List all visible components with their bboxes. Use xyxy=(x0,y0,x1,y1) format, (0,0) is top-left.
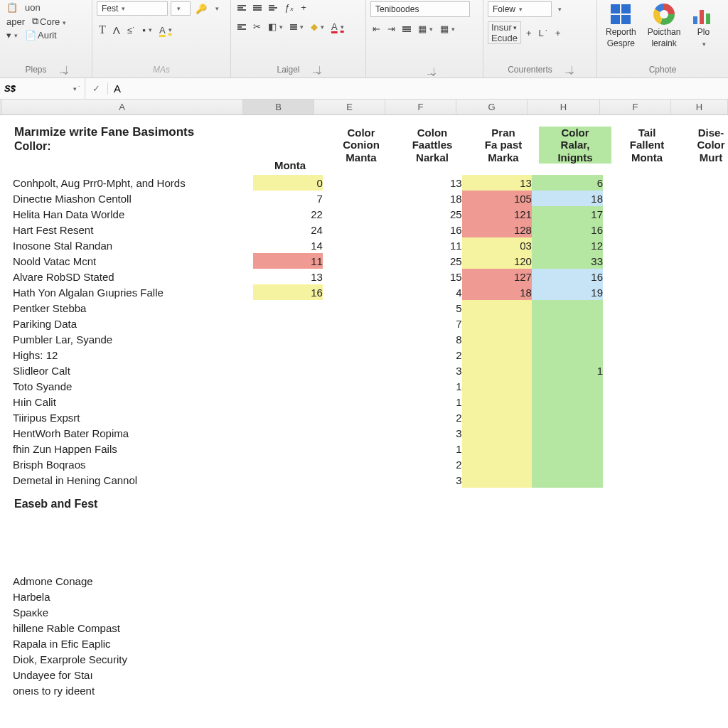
cell[interactable] xyxy=(603,316,673,331)
cell[interactable] xyxy=(603,284,673,300)
row-label[interactable]: Pentker Stebba xyxy=(13,300,253,316)
cell[interactable] xyxy=(323,331,392,347)
cell[interactable] xyxy=(603,191,673,206)
cell[interactable]: 25 xyxy=(392,253,462,269)
cell[interactable]: 33 xyxy=(532,253,603,269)
border-button[interactable]: ▪ xyxy=(140,24,154,36)
cell[interactable] xyxy=(673,472,728,488)
cell[interactable] xyxy=(323,394,392,410)
cell[interactable]: 12 xyxy=(532,237,603,253)
cell[interactable] xyxy=(673,300,728,316)
table-row[interactable]: Spaĸke xyxy=(13,604,255,620)
reporth-button[interactable]: Reporth Gespre xyxy=(601,1,641,50)
cell[interactable]: 128 xyxy=(462,222,532,237)
highlight-button[interactable]: A xyxy=(157,24,174,36)
cell[interactable] xyxy=(673,206,728,222)
cell[interactable]: 17 xyxy=(532,206,603,222)
cell[interactable] xyxy=(462,410,532,425)
cell[interactable] xyxy=(532,441,603,456)
table-row[interactable]: Harbela xyxy=(13,589,255,604)
cell[interactable] xyxy=(323,175,392,191)
align-left-icon[interactable] xyxy=(235,23,248,31)
wrap-left-icon[interactable]: ⇤ xyxy=(370,23,382,35)
wrap-right-icon[interactable]: ⇥ xyxy=(385,23,397,35)
table-row[interactable]: fhin Zun Happen Fails1 xyxy=(13,441,728,456)
dialog-launcher[interactable] xyxy=(60,66,67,73)
row-label[interactable]: Hart Fest Resent xyxy=(13,222,253,237)
column-header[interactable]: G xyxy=(456,100,528,114)
fx-check-icon[interactable]: ✓ xyxy=(92,83,100,94)
extra-drop[interactable] xyxy=(555,5,564,14)
align-top-icon[interactable] xyxy=(235,4,248,11)
cell[interactable] xyxy=(462,425,532,441)
row-label[interactable]: Hath Yon Algalan Gıupries Falle xyxy=(13,284,253,300)
table-row[interactable]: Hath Yon Algalan Gıupries Falle1641819 xyxy=(13,284,728,300)
cell[interactable] xyxy=(323,410,392,425)
cell[interactable] xyxy=(323,237,392,253)
cell[interactable]: 16 xyxy=(253,284,323,300)
fill-button[interactable]: ◧ xyxy=(266,21,285,33)
cell[interactable] xyxy=(673,363,728,378)
cell[interactable]: 3 xyxy=(392,425,462,441)
cell[interactable] xyxy=(673,394,728,410)
bucket-button[interactable]: ◆ xyxy=(309,21,326,33)
cell[interactable] xyxy=(532,456,603,472)
cell[interactable] xyxy=(532,300,603,316)
cell[interactable] xyxy=(532,394,603,410)
row-label[interactable]: Conhpolt, Aug Prr0-Mpht, and Hords xyxy=(13,175,253,191)
cell[interactable]: 8 xyxy=(392,331,462,347)
cell[interactable]: 3 xyxy=(392,363,462,378)
name-box[interactable]: ▾ ˙ xyxy=(0,78,85,99)
merge-2-button[interactable]: ▦ xyxy=(438,23,457,35)
align-bot-icon[interactable] xyxy=(267,4,279,11)
cell[interactable]: 120 xyxy=(462,253,532,269)
aurit-button[interactable]: 📄 Aurit xyxy=(23,29,59,41)
column-header[interactable]: F xyxy=(600,100,671,114)
cell[interactable] xyxy=(323,253,392,269)
cell[interactable] xyxy=(673,284,728,300)
paste-icon[interactable]: 📋 xyxy=(4,1,20,14)
cell[interactable]: 13 xyxy=(253,269,323,284)
cell[interactable] xyxy=(673,191,728,206)
dialog-launcher-3[interactable] xyxy=(427,68,434,75)
text-t-button[interactable]: T xyxy=(97,23,108,37)
row-label[interactable]: Helita Han Data Worlde xyxy=(13,206,253,222)
cell[interactable] xyxy=(532,331,603,347)
formula-input[interactable] xyxy=(114,82,722,95)
cell[interactable]: 14 xyxy=(253,237,323,253)
row-label[interactable]: Spaĸke xyxy=(13,604,255,620)
cell[interactable]: 24 xyxy=(253,222,323,237)
cell[interactable] xyxy=(603,269,673,284)
insur-button[interactable]: Insur ▾ xyxy=(488,22,520,33)
cell[interactable] xyxy=(323,472,392,488)
table-row[interactable]: Slidleor Calt31 xyxy=(13,363,728,378)
cell[interactable]: 16 xyxy=(532,222,603,237)
cell[interactable] xyxy=(462,378,532,394)
cell[interactable]: 25 xyxy=(392,206,462,222)
cell[interactable] xyxy=(673,425,728,441)
cell[interactable] xyxy=(603,456,673,472)
table-row[interactable]: Toto Syande1 xyxy=(13,378,728,394)
row-label[interactable]: Highs: 12 xyxy=(13,347,253,363)
cell[interactable] xyxy=(323,284,392,300)
cell[interactable] xyxy=(603,410,673,425)
cell[interactable] xyxy=(253,410,323,425)
row-label[interactable]: Diok, Exarprole Security xyxy=(13,651,255,667)
cell[interactable] xyxy=(603,331,673,347)
cell[interactable]: 2 xyxy=(392,347,462,363)
cell[interactable] xyxy=(323,269,392,284)
key-drop[interactable] xyxy=(212,4,221,13)
cell[interactable] xyxy=(603,378,673,394)
cell[interactable] xyxy=(462,316,532,331)
poicthan-button[interactable]: Poicthan leraink xyxy=(643,1,685,50)
cell[interactable]: 19 xyxy=(532,284,603,300)
table-row[interactable]: oneıs to ry ideent xyxy=(13,682,255,698)
table-row[interactable]: Demetal in Hening Cannol3 xyxy=(13,472,728,488)
plo-button[interactable]: Plo xyxy=(687,1,719,50)
cell[interactable] xyxy=(532,425,603,441)
table-row[interactable]: Hıin Calit1 xyxy=(13,394,728,410)
key-icon[interactable]: 🔑 xyxy=(193,3,209,15)
cell[interactable]: 13 xyxy=(392,175,462,191)
cell[interactable]: 121 xyxy=(462,206,532,222)
cell[interactable] xyxy=(323,456,392,472)
